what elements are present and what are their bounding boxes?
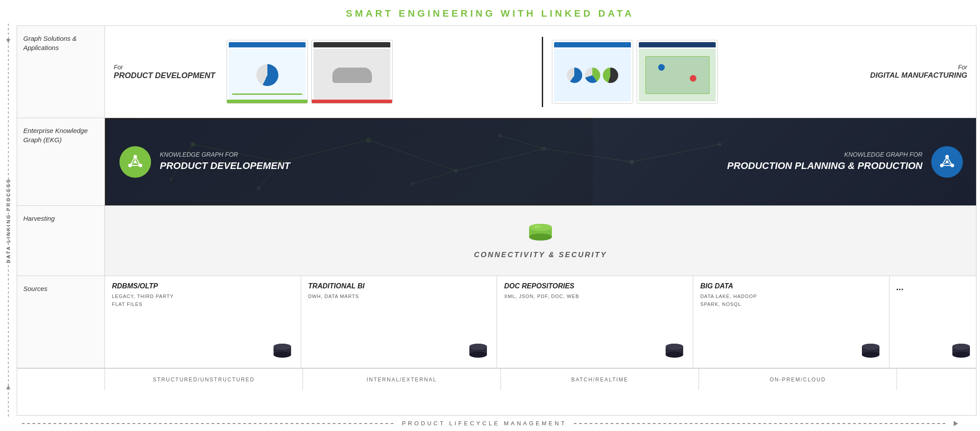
row1-label-text: Graph Solutions & Applications: [23, 35, 77, 51]
screenshot-4-mock: [637, 40, 717, 103]
screenshot-3-mock: [552, 40, 633, 103]
sm-header-2: [313, 42, 390, 47]
row5-label-spacer: [17, 369, 105, 390]
svg-point-48: [274, 352, 291, 358]
screenshot-2: [311, 40, 393, 104]
ekg-left-prefix: KNOWLEDGE GRAPH FOR: [160, 151, 290, 159]
svg-point-45: [533, 225, 540, 228]
sm-body-1: [229, 49, 306, 101]
source-subtitle-bigdata: DATA LAKE, HADOOP SPARK, NoSQL: [700, 293, 882, 308]
bottom-label-batch: BATCH/REALTIME: [501, 369, 699, 390]
chart-circle-1: [256, 64, 278, 86]
ekg-right-prefix: KNOWLEDGE GRAPH FOR: [727, 151, 922, 159]
source-title-bigdata: BIG DATA: [700, 282, 882, 290]
graph-icon-green: [119, 146, 151, 178]
green-bar-1: [227, 100, 307, 103]
source-cell-ellipsis: ...: [890, 276, 976, 368]
db-icon-1: [272, 342, 293, 362]
floor-dot-1: [658, 64, 665, 71]
pie-2: [585, 68, 600, 83]
ekg-right-text: KNOWLEDGE GRAPH FOR PRODUCTION PLANNING …: [727, 151, 922, 172]
screenshot-2-mock: [312, 40, 392, 103]
screenshot-4: [637, 40, 718, 104]
network-icon-green: [126, 152, 145, 172]
for-product-dev-label: For PRODUCT DEVELOPMENT: [114, 63, 222, 81]
product-dev-title: PRODUCT DEVELOPMENT: [114, 71, 215, 81]
sm-header-1: [229, 42, 306, 47]
for-prefix-2: For: [958, 64, 967, 71]
source-title-doc: DOC REPOSITORIES: [504, 282, 686, 290]
row3-label: Harvesting: [17, 206, 105, 276]
graph-icon-blue: [931, 146, 963, 178]
bottom-axis-arrow: [954, 421, 958, 426]
red-bar-2: [312, 100, 392, 103]
car-shape: [332, 68, 372, 83]
svg-point-56: [666, 352, 683, 358]
bottom-label-internal: INTERNAL/EXTERNAL: [303, 369, 501, 390]
svg-point-64: [952, 352, 970, 358]
sm-body-3: [554, 49, 631, 101]
db-icon-2: [468, 342, 489, 362]
db-icon-5: [951, 342, 972, 362]
floor-plan: [645, 56, 710, 94]
divider-vertical: [542, 37, 543, 107]
source-cell-bi: TRADITIONAL BI DWH, DATA MARTS: [301, 276, 497, 368]
content-area: ▼ DATA LINKING PROCESS ▲ Graph Solutions…: [0, 24, 980, 417]
vertical-dotted-line: [8, 24, 9, 417]
for-digital-mfg-label: For DIGITAL MANUFACTURING: [863, 63, 967, 80]
svg-point-57: [666, 344, 683, 350]
row-harvesting: Harvesting CONNECTIVITY & SECURITY: [17, 206, 976, 276]
source-subtitle-doc: XML, JSON, PDF, DOC, WEB: [504, 293, 686, 301]
source-title-ellipsis: ...: [897, 282, 969, 292]
row1-content: For PRODUCT DEVELOPMENT: [105, 26, 976, 118]
pie-1: [567, 68, 582, 83]
bottom-axis: PRODUCT LIFECYCLE MANAGEMENT: [0, 417, 980, 431]
grid-area: Graph Solutions & Applications For PRODU…: [17, 25, 976, 416]
bottom-axis-line-right: [574, 423, 947, 424]
ekg-right-main: PRODUCTION PLANNING & PRODUCTION: [727, 159, 922, 173]
svg-point-49: [274, 344, 291, 350]
ekg-left-text: KNOWLEDGE GRAPH FOR PRODUCT DEVELOPEMENT: [160, 151, 290, 172]
floor-dot-2: [690, 75, 696, 82]
sm-body-4: [639, 49, 716, 101]
ekg-right-section: KNOWLEDGE GRAPH FOR PRODUCTION PLANNING …: [593, 137, 976, 187]
pie-3: [603, 68, 618, 83]
screenshots-left: [227, 40, 533, 104]
chart-line-1: [232, 93, 302, 95]
row2-label: Enterprise Knowledge Graph (EKG): [17, 118, 105, 205]
row5-content: STRUCTURED/UNSTRUCTURED INTERNAL/EXTERNA…: [105, 369, 976, 390]
row4-label: Sources: [17, 276, 105, 368]
main-container: SMART ENGINEERING WITH LINKED DATA ▼ DAT…: [0, 0, 980, 431]
svg-point-52: [469, 352, 487, 358]
row-bottom-labels: STRUCTURED/UNSTRUCTURED INTERNAL/EXTERNA…: [17, 368, 976, 390]
svg-point-44: [529, 224, 552, 231]
main-title: SMART ENGINEERING WITH LINKED DATA: [0, 0, 980, 24]
bottom-label-empty: [897, 369, 976, 390]
source-title-bi: TRADITIONAL BI: [308, 282, 490, 290]
row2-label-text: Enterprise Knowledge Graph (EKG): [23, 127, 88, 144]
bottom-axis-text: PRODUCT LIFECYCLE MANAGEMENT: [402, 420, 566, 427]
row-graph-solutions: Graph Solutions & Applications For PRODU…: [17, 26, 976, 118]
screenshot-1-mock: [227, 40, 307, 103]
screenshots-right: [552, 40, 858, 104]
row2-content: KNOWLEDGE GRAPH FOR PRODUCT DEVELOPEMENT…: [105, 118, 976, 205]
row1-label: Graph Solutions & Applications: [17, 26, 105, 118]
source-cell-bigdata: BIG DATA DATA LAKE, HADOOP SPARK, NoSQL: [693, 276, 890, 368]
svg-point-65: [952, 344, 970, 350]
row4-label-text: Sources: [23, 285, 47, 292]
vertical-label-container: ▼ DATA LINKING PROCESS ▲: [0, 24, 17, 417]
row-ekg: Enterprise Knowledge Graph (EKG): [17, 118, 976, 206]
row3-content: CONNECTIVITY & SECURITY: [105, 206, 976, 276]
source-subtitle-rdbms: LEGACY, THIRD PARTY FLAT FILES: [112, 293, 294, 308]
ekg-left-main: PRODUCT DEVELOPEMENT: [160, 159, 290, 173]
db-icon-3: [664, 342, 685, 362]
bottom-label-structured: STRUCTURED/UNSTRUCTURED: [105, 369, 303, 390]
source-cell-rdbms: RDBMS/OLTP LEGACY, THIRD PARTY FLAT FILE…: [105, 276, 301, 368]
svg-point-60: [862, 352, 879, 358]
row4-content: RDBMS/OLTP LEGACY, THIRD PARTY FLAT FILE…: [105, 276, 976, 368]
network-icon-blue: [937, 152, 957, 172]
svg-point-43: [529, 233, 552, 241]
source-subtitle-bi: DWH, DATA MARTS: [308, 293, 490, 301]
row3-label-text: Harvesting: [23, 215, 55, 222]
sm-header-3: [554, 42, 631, 47]
